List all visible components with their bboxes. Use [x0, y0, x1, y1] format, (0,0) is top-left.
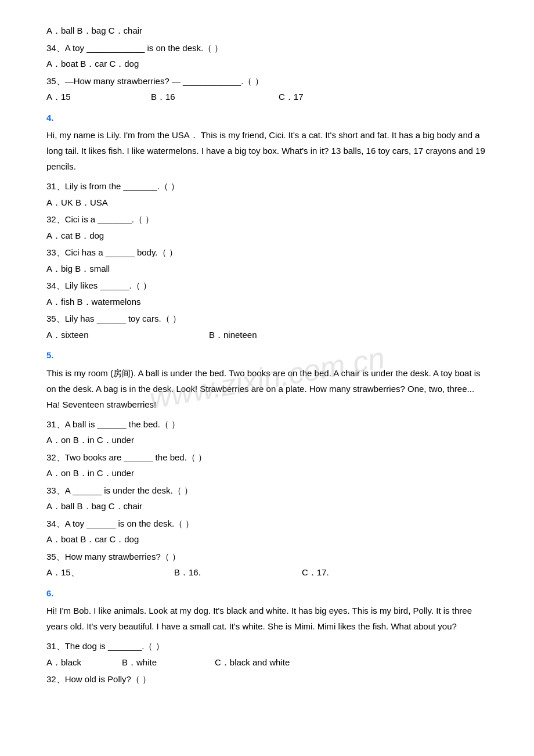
- s4-opt32: A．cat B．dog: [46, 228, 488, 243]
- s4-q33: 33、Cici has a ______ body.（ ）: [46, 245, 488, 260]
- content-area: A．ball B．bag C．chair 34、A toy __________…: [46, 23, 488, 687]
- options-15: A．15 B．16 C．17: [46, 89, 488, 105]
- s6-opt31: A．black B．white C．black and white: [46, 655, 488, 670]
- s5-opt33: A．ball B．bag C．chair: [46, 499, 488, 514]
- s4-q35: 35、Lily has ______ toy cars.（ ）: [46, 311, 488, 326]
- section-5-number: 5.: [46, 348, 488, 363]
- section-6-number: 6.: [46, 586, 488, 601]
- passage-6: Hi! I'm Bob. I like animals. Look at my …: [46, 603, 488, 634]
- s5-opt35: A．15、 B．16. C．17.: [46, 565, 488, 580]
- s5-q34: 34、A toy ______ is on the desk.（ ）: [46, 516, 488, 531]
- passage-4: Hi, my name is Lily. I'm from the USA． T…: [46, 127, 488, 174]
- s4-opt31: A．UK B．USA: [46, 195, 488, 210]
- passage-5: This is my room (房间). A ball is under th…: [46, 365, 488, 412]
- s5-opt34: A．boat B．car C．dog: [46, 532, 488, 547]
- s5-q33: 33、A ______ is under the desk.（ ）: [46, 483, 488, 498]
- question-34-1: 34、A toy ____________ is on the desk.（ ）: [46, 41, 488, 56]
- s6-q32: 32、How old is Polly?（ ）: [46, 672, 488, 687]
- s4-q34: 34、Lily likes ______.（ ）: [46, 278, 488, 293]
- s5-q31: 31、A ball is ______ the bed.（ ）: [46, 417, 488, 432]
- s5-opt32: A．on B．in C．under: [46, 466, 488, 481]
- question-35-1: 35、—How many strawberries? — ___________…: [46, 74, 488, 89]
- s4-opt33: A．big B．small: [46, 261, 488, 276]
- s5-opt31: A．on B．in C．under: [46, 433, 488, 448]
- s5-q35: 35、How many strawberries?（ ）: [46, 549, 488, 564]
- s5-q32: 32、Two books are ______ the bed.（ ）: [46, 450, 488, 465]
- section-4-number: 4.: [46, 110, 488, 125]
- options-boat: A．boat B．car C．dog: [46, 56, 488, 71]
- s4-q32: 32、Cici is a _______.（ ）: [46, 212, 488, 227]
- s6-q31: 31、The dog is _______.（ ）: [46, 639, 488, 654]
- top-options-1: A．ball B．bag C．chair: [46, 23, 488, 38]
- s4-opt35: A．sixteen B．nineteen: [46, 327, 488, 343]
- s4-opt34: A．fish B．watermelons: [46, 294, 488, 309]
- s4-q31: 31、Lily is from the _______.（ ）: [46, 179, 488, 194]
